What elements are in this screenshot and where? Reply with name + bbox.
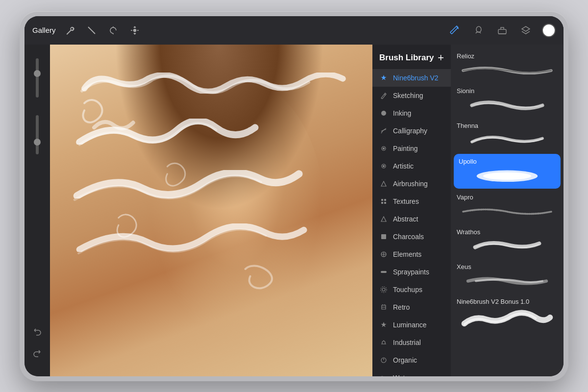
charcoals-label: Charcoals — [393, 233, 424, 241]
brush-list-panel: Relioz Sionin — [451, 45, 564, 376]
brush-size-thumb — [34, 70, 41, 77]
brush-preview-xeus — [457, 272, 558, 290]
brush-preview-wrathos — [457, 238, 558, 255]
brush-name-sionin: Sionin — [457, 87, 558, 95]
category-textures[interactable]: Textures — [372, 193, 451, 210]
inking-label: Inking — [393, 109, 411, 117]
brush-preview-nine6bonus — [457, 307, 558, 332]
gallery-button[interactable]: Gallery — [32, 26, 56, 34]
water-label: Water — [393, 374, 411, 376]
brush-name-nine6bonus: Nine6brush V2 Bonus 1.0 — [457, 298, 558, 305]
add-brush-button[interactable]: + — [438, 52, 444, 63]
retro-label: Retro — [393, 303, 410, 311]
touchups-label: Touchups — [393, 286, 422, 294]
wrench-icon[interactable] — [63, 23, 77, 38]
category-calligraphy[interactable]: Calligraphy — [372, 122, 451, 140]
sketching-icon — [379, 91, 388, 100]
brush-item-sionin[interactable]: Sionin — [451, 83, 564, 118]
svg-point-9 — [383, 165, 385, 167]
svg-rect-14 — [381, 234, 386, 239]
layers-tool-icon[interactable] — [518, 23, 533, 38]
brush-item-xeus[interactable]: Xeus — [451, 259, 564, 294]
textures-label: Textures — [393, 197, 419, 205]
elements-icon — [379, 250, 388, 259]
luminance-label: Luminance — [393, 321, 427, 329]
opacity-thumb — [34, 139, 41, 146]
category-nine6brush[interactable]: Nine6brush V2 — [372, 69, 451, 87]
artistic-icon — [379, 162, 388, 171]
canvas-background — [50, 45, 372, 376]
category-luminance[interactable]: Luminance — [372, 316, 451, 334]
category-spraypaints[interactable]: Spraypaints — [372, 263, 451, 281]
move-icon[interactable] — [127, 23, 142, 38]
category-inking[interactable]: Inking — [372, 104, 451, 122]
category-abstract[interactable]: Abstract — [372, 210, 451, 228]
touchups-icon — [379, 285, 388, 294]
airbrushing-icon — [379, 179, 388, 188]
canvas-area[interactable] — [50, 45, 372, 376]
color-swatch[interactable] — [542, 24, 556, 37]
category-sketching[interactable]: Sketching — [372, 87, 451, 104]
calligraphy-label: Calligraphy — [393, 127, 427, 135]
brush-item-thenna[interactable]: Thenna — [451, 118, 564, 153]
eraser-tool-icon[interactable] — [495, 23, 510, 38]
top-bar-left: Gallery — [32, 23, 142, 38]
artistic-label: Artistic — [393, 162, 414, 170]
redo-button[interactable] — [28, 344, 46, 362]
category-retro[interactable]: Retro — [372, 298, 451, 316]
organic-icon — [379, 356, 388, 365]
smudge-icon[interactable] — [106, 23, 121, 38]
industrial-label: Industrial — [393, 339, 421, 346]
svg-line-0 — [88, 27, 95, 34]
category-airbrushing[interactable]: Airbrushing — [372, 175, 451, 193]
brush-item-wrathos[interactable]: Wrathos — [451, 224, 564, 259]
brush-tool-icon[interactable] — [448, 23, 463, 38]
inking-icon — [379, 109, 388, 118]
brush-size-slider[interactable] — [36, 58, 39, 98]
svg-point-21 — [485, 173, 520, 178]
brush-item-nine6bonus[interactable]: Nine6brush V2 Bonus 1.0 — [451, 294, 564, 336]
nine6brush-label: Nine6brush V2 — [393, 74, 439, 82]
category-charcoals[interactable]: Charcoals — [372, 228, 451, 245]
spraypaints-label: Spraypaints — [393, 268, 429, 276]
top-bar: Gallery — [24, 16, 564, 45]
retro-icon — [379, 303, 388, 312]
svg-point-2 — [476, 26, 481, 32]
brush-item-vapro[interactable]: Vapro — [451, 190, 564, 224]
svg-rect-12 — [381, 202, 383, 204]
brush-name-relioz: Relioz — [457, 52, 558, 60]
brush-category-list: Brush Library + Nine6brush V2 — [372, 45, 451, 376]
magic-wand-icon[interactable] — [84, 23, 99, 38]
brush-name-upollo: Upollo — [459, 158, 556, 165]
brush-preview-vapro — [457, 203, 558, 220]
category-elements[interactable]: Elements — [372, 245, 451, 263]
brush-item-relioz[interactable]: Relioz — [451, 49, 564, 83]
tablet-screen: Gallery — [24, 16, 564, 376]
organic-label: Organic — [393, 356, 417, 364]
svg-point-17 — [382, 288, 385, 291]
abstract-label: Abstract — [393, 215, 418, 223]
svg-rect-10 — [381, 199, 383, 201]
category-industrial[interactable]: Industrial — [372, 334, 451, 351]
elements-label: Elements — [393, 250, 421, 258]
tablet-device: Gallery — [20, 11, 568, 381]
charcoals-icon — [379, 232, 388, 241]
brush-item-upollo[interactable]: Upollo — [454, 154, 561, 189]
brush-preview-upollo — [459, 167, 556, 185]
library-header: Brush Library + — [372, 45, 451, 69]
smudge-tool-icon[interactable] — [471, 23, 486, 38]
svg-rect-16 — [381, 271, 387, 273]
category-painting[interactable]: Painting — [372, 140, 451, 157]
svg-point-1 — [133, 29, 136, 31]
opacity-slider[interactable] — [36, 115, 39, 154]
undo-button[interactable] — [28, 322, 46, 340]
category-touchups[interactable]: Touchups — [372, 281, 451, 298]
left-sidebar — [24, 45, 50, 376]
svg-rect-13 — [384, 202, 386, 204]
category-artistic[interactable]: Artistic — [372, 157, 451, 175]
category-organic[interactable]: Organic — [372, 351, 451, 369]
nine6brush-icon — [379, 74, 388, 82]
category-water[interactable]: Water — [372, 369, 451, 376]
svg-point-18 — [381, 287, 387, 293]
svg-point-5 — [381, 111, 386, 116]
